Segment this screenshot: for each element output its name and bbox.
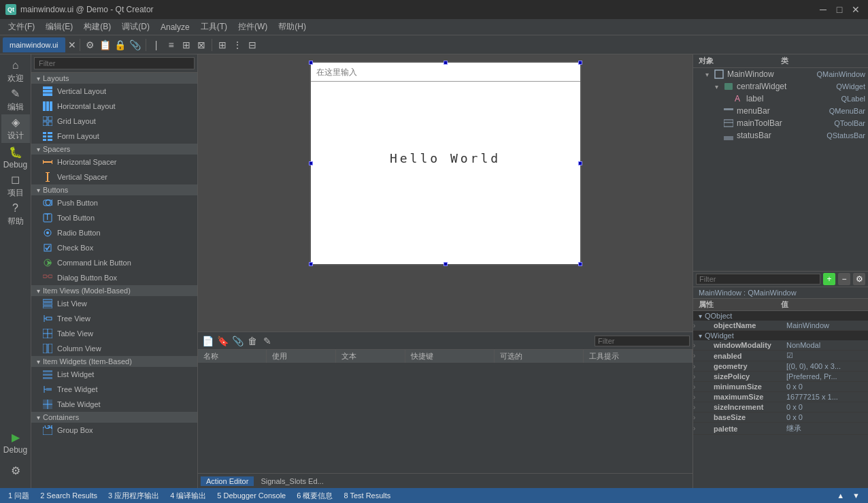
widget-push-button[interactable]: OK Push Button [31, 195, 197, 210]
widget-form-layout[interactable]: Form Layout [31, 129, 197, 144]
prop-value-enabled[interactable]: ☑ [786, 351, 868, 360]
canvas-handle-ml[interactable] [309, 161, 313, 165]
prop-row-sizeincrement[interactable]: › sizeIncrement 0 x 0 [693, 402, 868, 412]
toolbar-icon-7[interactable]: ⊞ [180, 38, 193, 52]
widget-column-view[interactable]: Column View [31, 341, 197, 356]
props-remove-button[interactable]: − [838, 273, 850, 285]
tab-signals-slots[interactable]: Signals_Slots Ed... [255, 476, 329, 486]
prop-row-windowmodality[interactable]: › windowModality NonModal [693, 340, 868, 351]
widget-dialog-button-box[interactable]: Dialog Button Box [31, 270, 197, 285]
activity-edit[interactable]: ✎ 编辑 [1, 86, 30, 114]
obj-toggle-centralwidget[interactable]: ▾ [715, 83, 723, 91]
widget-tree-view[interactable]: Tree View [31, 311, 197, 326]
activity-settings[interactable]: ⚙ [1, 457, 30, 485]
prop-value-sizeincrement[interactable]: 0 x 0 [786, 403, 868, 411]
prop-row-geometry[interactable]: › geometry [(0, 0), 400 x 3... [693, 361, 868, 372]
file-tab[interactable]: mainwindow.ui [3, 37, 65, 52]
prop-row-objectname[interactable]: › objectName MainWindow [693, 321, 868, 331]
canvas-handle-bl[interactable] [309, 262, 313, 266]
file-tab-close[interactable]: ✕ [68, 39, 76, 50]
menu-debug[interactable]: 调试(D) [116, 20, 155, 34]
statusbar-arrow-up[interactable]: ▲ [834, 491, 847, 500]
widget-vertical-layout[interactable]: Vertical Layout [31, 84, 197, 99]
widget-table-widget[interactable]: Table Widget [31, 397, 197, 412]
obj-row-centralwidget[interactable]: ▾ centralWidget QWidget [693, 80, 868, 93]
statusbar-app-output[interactable]: 3 应用程序输出 [105, 491, 162, 501]
canvas-handle-br[interactable] [578, 262, 582, 266]
toolbar-icon-1[interactable]: ⚙ [84, 38, 97, 52]
statusbar-debugger-console[interactable]: 5 Debugger Console [214, 491, 288, 500]
obj-row-maintoolbar[interactable]: mainToolBar QToolBar [693, 117, 868, 129]
bottom-action-5[interactable]: ✎ [261, 334, 274, 348]
activity-projects[interactable]: ◻ 项目 [1, 172, 30, 200]
canvas-handle-mr[interactable] [578, 161, 582, 165]
widget-horizontal-layout[interactable]: Horizontal Layout [31, 99, 197, 114]
prop-value-basesize[interactable]: 0 x 0 [786, 413, 868, 421]
bottom-filter-input[interactable] [595, 336, 690, 346]
menu-file[interactable]: 文件(F) [3, 20, 40, 34]
toolbar-icon-11[interactable]: ⊟ [246, 38, 259, 52]
prop-value-minimumsize[interactable]: 0 x 0 [786, 383, 868, 391]
widget-table-view[interactable]: Table View [31, 326, 197, 341]
toolbar-icon-5[interactable]: | [150, 38, 163, 52]
prop-row-minimumsize[interactable]: › minimumSize 0 x 0 [693, 382, 868, 392]
menu-widgets[interactable]: 控件(W) [233, 20, 273, 34]
prop-row-sizepolicy[interactable]: › sizePolicy [Preferred, Pr... [693, 372, 868, 382]
obj-row-menubar[interactable]: menuBar QMenuBar [693, 105, 868, 117]
prop-value-palette[interactable]: 继承 [786, 423, 868, 434]
prop-row-enabled[interactable]: › enabled ☑ [693, 351, 868, 361]
toolbar-icon-3[interactable]: 🔒 [114, 38, 127, 52]
menu-analyze[interactable]: Analyze [155, 21, 195, 33]
section-containers[interactable]: Containers [31, 412, 197, 423]
minimize-button[interactable]: ─ [816, 3, 830, 16]
menu-tools[interactable]: 工具(T) [195, 20, 233, 34]
widget-check-box[interactable]: Check Box [31, 240, 197, 255]
section-spacers[interactable]: Spacers [31, 144, 197, 155]
prop-value-sizepolicy[interactable]: [Preferred, Pr... [786, 372, 868, 380]
prop-row-basesize[interactable]: › baseSize 0 x 0 [693, 412, 868, 423]
menu-build[interactable]: 构建(B) [78, 20, 116, 34]
toolbar-icon-4[interactable]: 📎 [129, 38, 142, 52]
prop-value-objectname[interactable]: MainWindow [786, 321, 868, 329]
widget-radio-button[interactable]: Radio Button [31, 225, 197, 240]
maximize-button[interactable]: □ [833, 3, 846, 16]
prop-section-qobject[interactable]: QObject [693, 311, 868, 321]
design-canvas-area[interactable]: Hello World [198, 54, 692, 331]
bottom-action-2[interactable]: 🔖 [216, 334, 229, 348]
menu-edit[interactable]: 编辑(E) [40, 20, 78, 34]
section-buttons[interactable]: Buttons [31, 184, 197, 195]
statusbar-summary[interactable]: 6 概要信息 [294, 491, 335, 501]
statusbar-search-results[interactable]: 2 Search Results [37, 491, 100, 500]
widget-vertical-spacer[interactable]: Vertical Spacer [31, 169, 197, 184]
design-canvas[interactable]: Hello World [310, 61, 582, 265]
toolbar-icon-8[interactable]: ⊠ [195, 38, 208, 52]
bottom-action-4[interactable]: 🗑 [246, 334, 259, 348]
obj-row-mainwindow[interactable]: ▾ MainWindow QMainWindow [693, 68, 868, 80]
obj-toggle-mainwindow[interactable]: ▾ [705, 71, 714, 78]
toolbar-icon-6[interactable]: ≡ [165, 38, 178, 52]
canvas-handle-bm[interactable] [444, 262, 448, 266]
widget-filter-input[interactable] [34, 57, 195, 69]
widget-horizontal-spacer[interactable]: Horizontal Spacer [31, 155, 197, 169]
menu-help[interactable]: 帮助(H) [273, 20, 312, 34]
close-button[interactable]: ✕ [849, 3, 863, 16]
statusbar-compile-output[interactable]: 4 编译输出 [167, 491, 209, 501]
section-layouts[interactable]: Layouts [31, 73, 197, 84]
section-item-widgets[interactable]: Item Widgets (Item-Based) [31, 356, 197, 367]
prop-value-geometry[interactable]: [(0, 0), 400 x 3... [786, 362, 868, 370]
activity-help[interactable]: ? 帮助 [1, 200, 30, 229]
section-item-views[interactable]: Item Views (Model-Based) [31, 285, 197, 296]
prop-value-windowmodality[interactable]: NonModal [786, 341, 868, 349]
props-add-button[interactable]: + [823, 273, 835, 285]
tab-action-editor[interactable]: Action Editor [201, 476, 254, 486]
widget-group-box[interactable]: GB Group Box [31, 423, 197, 438]
props-filter-input[interactable] [696, 274, 820, 285]
statusbar-test-results[interactable]: 8 Test Results [341, 491, 393, 500]
prop-row-maximumsize[interactable]: › maximumSize 16777215 x 1... [693, 392, 868, 402]
activity-design[interactable]: ◈ 设计 [1, 114, 30, 143]
widget-tree-widget[interactable]: Tree Widget [31, 382, 197, 397]
widget-tool-button[interactable]: T Tool Button [31, 210, 197, 225]
canvas-search-input[interactable] [316, 67, 575, 77]
statusbar-problems[interactable]: 1 问题 [5, 491, 32, 501]
props-settings-button[interactable]: ⚙ [853, 273, 865, 285]
